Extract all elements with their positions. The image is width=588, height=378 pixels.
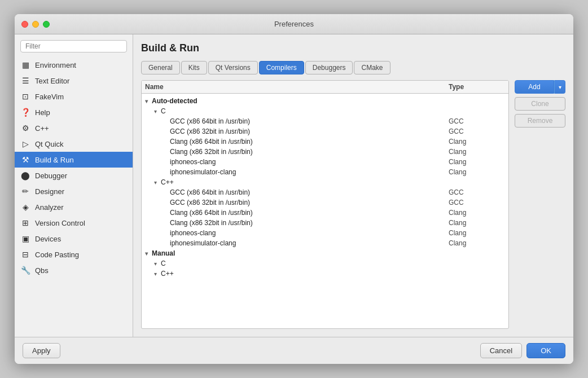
sidebar-item-devices[interactable]: ▣ Devices [15, 231, 133, 247]
minimize-button[interactable] [32, 21, 39, 28]
table-row[interactable]: iphoneos-clangClang [142, 157, 508, 167]
table-row[interactable]: GCC (x86 32bit in /usr/bin)GCC [142, 126, 508, 137]
sidebar-label-code-pasting: Code Pasting [35, 250, 79, 259]
environment-icon: ▦ [20, 60, 30, 70]
sidebar-item-debugger[interactable]: ⬤ Debugger [15, 168, 133, 183]
code-pasting-icon: ⊟ [20, 249, 30, 260]
text-editor-icon: ☰ [20, 76, 30, 86]
table-row[interactable]: iphonesimulator-clangClang [142, 238, 508, 248]
titlebar: Preferences [15, 14, 573, 34]
window-title: Preferences [274, 20, 314, 28]
sidebar-label-devices: Devices [35, 235, 61, 243]
sidebar-label-debugger: Debugger [35, 172, 67, 180]
qt-quick-icon: ▷ [20, 139, 30, 149]
cancel-button[interactable]: Cancel [480, 343, 522, 358]
group-C[interactable]: ▾C [142, 258, 508, 269]
tab-general[interactable]: General [141, 61, 180, 74]
table-row[interactable]: GCC (x86 32bit in /usr/bin)GCC [142, 197, 508, 208]
tab-compilers[interactable]: Compilers [259, 61, 304, 74]
table-row[interactable]: iphoneos-clangClang [142, 228, 508, 238]
table-row[interactable]: GCC (x86 64bit in /usr/bin)GCC [142, 116, 508, 126]
table-row[interactable]: Clang (x86 32bit in /usr/bin)Clang [142, 147, 508, 157]
build-run-panel: Build & Run GeneralKitsQt VersionsCompil… [133, 34, 573, 337]
sidebar-label-cpp: C++ [35, 124, 49, 133]
table-row[interactable]: GCC (x86 64bit in /usr/bin)GCC [142, 187, 508, 197]
version-control-icon: ⊞ [20, 218, 30, 228]
table-row[interactable]: Clang (x86 64bit in /usr/bin)Clang [142, 208, 508, 218]
fakevim-icon: ⊡ [20, 91, 30, 102]
sidebar-item-analyzer[interactable]: ◈ Analyzer [15, 199, 133, 215]
sidebar-item-build-run[interactable]: ⚒ Build & Run [15, 152, 133, 168]
preferences-window: Preferences ▦ Environment ☰ Text Editor … [15, 14, 573, 364]
sidebar-label-environment: Environment [35, 61, 76, 69]
tree-body: ▾Auto-detected▾CGCC (x86 64bit in /usr/b… [142, 94, 508, 281]
remove-button[interactable]: Remove [515, 114, 565, 128]
qbs-icon: 🔧 [20, 265, 30, 275]
sidebar-item-qt-quick[interactable]: ▷ Qt Quick [15, 136, 133, 152]
sidebar-item-qbs[interactable]: 🔧 Qbs [15, 262, 133, 278]
sidebar-item-version-control[interactable]: ⊞ Version Control [15, 215, 133, 231]
tab-kits[interactable]: Kits [181, 61, 207, 74]
table-area: Name Type ▾Auto-detected▾CGCC (x86 64bit… [141, 80, 565, 329]
bottom-left: Apply [23, 343, 60, 358]
filter-input[interactable] [20, 40, 127, 52]
sidebar-label-qbs: Qbs [35, 266, 49, 275]
page-title: Build & Run [141, 42, 565, 54]
tab-cmake[interactable]: CMake [354, 61, 390, 74]
sidebar-item-cpp[interactable]: ⚙ C++ [15, 120, 133, 136]
sidebar-item-fakevim[interactable]: ⊡ FakeVim [15, 89, 133, 104]
tab-qt-versions[interactable]: Qt Versions [208, 61, 258, 74]
sidebar-label-qt-quick: Qt Quick [35, 140, 64, 148]
group-C[interactable]: ▾C [142, 106, 508, 116]
tree-header: Name Type [142, 81, 508, 94]
maximize-button[interactable] [43, 21, 50, 28]
group-C++[interactable]: ▾C++ [142, 177, 508, 187]
close-button[interactable] [21, 21, 28, 28]
name-header: Name [145, 83, 449, 91]
sidebar-label-text-editor: Text Editor [35, 77, 69, 85]
filter-box [15, 40, 133, 57]
section-manual[interactable]: ▾Manual [142, 248, 508, 258]
tabs-bar: GeneralKitsQt VersionsCompilersDebuggers… [141, 61, 565, 74]
sidebar-label-version-control: Version Control [35, 219, 85, 227]
sidebar-label-fakevim: FakeVim [35, 93, 64, 101]
ok-button[interactable]: OK [526, 343, 565, 358]
sidebar-label-designer: Designer [35, 187, 64, 196]
sidebar-label-build-run: Build & Run [35, 156, 74, 164]
designer-icon: ✏ [20, 186, 30, 196]
table-row[interactable]: Clang (x86 32bit in /usr/bin)Clang [142, 218, 508, 228]
sidebar-item-help[interactable]: ❓ Help [15, 104, 133, 120]
sidebar-item-text-editor[interactable]: ☰ Text Editor [15, 73, 133, 89]
bottom-bar: Apply Cancel OK [15, 337, 573, 364]
devices-icon: ▣ [20, 234, 30, 244]
sidebar-item-code-pasting[interactable]: ⊟ Code Pasting [15, 247, 133, 262]
table-row[interactable]: Clang (x86 64bit in /usr/bin)Clang [142, 137, 508, 147]
group-C++[interactable]: ▾C++ [142, 269, 508, 279]
build-run-icon: ⚒ [20, 155, 30, 165]
section-auto-detected[interactable]: ▾Auto-detected [142, 96, 508, 106]
sidebar-label-analyzer: Analyzer [35, 203, 64, 212]
action-buttons: Add ▾ Clone Remove [515, 80, 565, 329]
sidebar-item-environment[interactable]: ▦ Environment [15, 57, 133, 73]
tab-debuggers[interactable]: Debuggers [305, 61, 353, 74]
compilers-tree: Name Type ▾Auto-detected▾CGCC (x86 64bit… [141, 80, 509, 329]
sidebar: ▦ Environment ☰ Text Editor ⊡ FakeVim ❓ … [15, 34, 133, 337]
table-row[interactable]: iphonesimulator-clangClang [142, 167, 508, 177]
sidebar-item-designer[interactable]: ✏ Designer [15, 183, 133, 199]
main-content-area: ▦ Environment ☰ Text Editor ⊡ FakeVim ❓ … [15, 34, 573, 337]
analyzer-icon: ◈ [20, 202, 30, 212]
help-icon: ❓ [20, 107, 30, 117]
add-button[interactable]: Add [515, 80, 554, 94]
cpp-icon: ⚙ [20, 123, 30, 133]
add-button-group: Add ▾ [515, 80, 565, 94]
add-dropdown-button[interactable]: ▾ [554, 80, 565, 94]
clone-button[interactable]: Clone [515, 97, 565, 111]
apply-button[interactable]: Apply [23, 343, 60, 358]
sidebar-label-help: Help [35, 108, 50, 117]
type-header: Type [449, 83, 505, 91]
debugger-icon: ⬤ [20, 170, 30, 181]
traffic-lights [21, 21, 50, 28]
